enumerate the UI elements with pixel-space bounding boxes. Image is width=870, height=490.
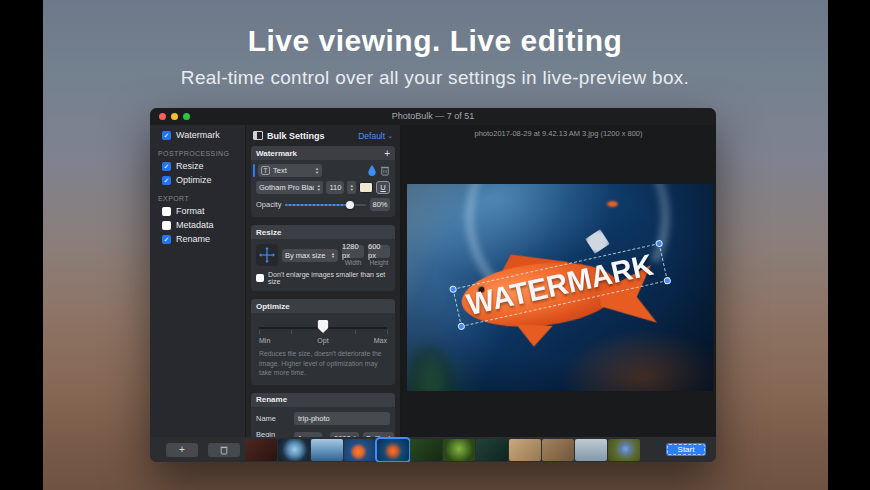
text-type-icon: T [261,166,270,175]
active-accent-bar [253,164,255,177]
settings-header: Bulk Settings Default ⌄ [251,125,395,146]
resize-checkbox[interactable]: ✓ [162,162,171,171]
color-swatch[interactable] [359,182,373,193]
hero-section: Live viewing. Live editing Real-time con… [0,24,870,89]
thumbnail-strip [245,439,640,461]
max-label: Max [374,337,387,344]
trash-icon [220,445,228,455]
resize-controls-row: By max size ▲▼ 1280 px Width 600 px Heig… [251,239,395,266]
card-title: Resize [256,228,281,237]
updown-chevrons-icon: ▲▼ [353,435,357,437]
hero-subtitle: Real-time control over all your settings… [0,67,870,89]
updown-chevrons-icon: ▲▼ [315,167,319,174]
thumbnail[interactable] [509,439,541,461]
no-enlarge-checkbox[interactable]: ✓ [256,274,264,282]
font-select[interactable]: Gotham Pro Black ▲▼ [256,181,323,194]
preset-dropdown[interactable]: Default ⌄ [358,131,393,141]
thumbnail[interactable] [575,439,607,461]
footer-bar: + Start [150,437,716,462]
check-icon: ✓ [164,177,170,184]
add-photos-button[interactable]: + [166,443,198,457]
slider-fill [285,204,349,206]
optimize-slider[interactable] [259,319,387,336]
opacity-row: Opacity 80% [251,194,395,217]
thumbnail[interactable] [245,439,277,461]
format-checkbox[interactable]: ✓ [162,207,171,216]
height-field-group: 600 px Height [368,245,390,266]
begin-with-input[interactable] [294,432,322,437]
card-title: Optimize [256,302,290,311]
width-field[interactable]: 1280 px [342,245,364,258]
thumbnail[interactable] [443,439,475,461]
slider-tick [355,330,356,334]
resize-card-header: Resize [251,225,395,239]
underline-style-button[interactable]: U [376,181,390,194]
thumbnail[interactable] [608,439,640,461]
opt-label: Opt [317,337,328,344]
suffix-value: Suffix [366,434,385,437]
sidebar-toggle-icon[interactable] [253,131,263,140]
sidebar-item-label: Optimize [176,175,212,185]
no-enlarge-row[interactable]: ✓ Don't enlarge images smaller than set … [251,266,395,291]
name-label: Name [256,414,290,423]
titlebar: PhotoBulk — 7 of 51 [150,108,716,125]
no-enlarge-label: Don't enlarge images smaller than set si… [268,271,390,285]
watermark-font-row: Gotham Pro Black ▲▼ 110 ▲▼ U [251,177,395,194]
sidebar-item-label: Metadata [176,220,214,230]
delete-photos-button[interactable] [208,443,240,457]
watermark-card: Watermark + T Text ▲▼ [251,146,395,217]
rename-begin-row: Begin with 0000 ▲▼ Suffix ▲▼ [251,425,395,437]
font-size-stepper[interactable]: ▲▼ [347,181,356,194]
rename-checkbox[interactable]: ✓ [162,235,171,244]
optimize-checkbox[interactable]: ✓ [162,176,171,185]
sidebar-item-optimize[interactable]: ✓ Optimize [150,173,245,187]
digits-value: 0000 [334,434,351,437]
thumbnail-selected[interactable] [377,439,409,461]
metadata-checkbox[interactable]: ✓ [162,221,171,230]
thumbnail[interactable] [410,439,442,461]
thumbnail[interactable] [476,439,508,461]
sidebar-section-postprocessing: POSTPROCESSING [150,150,245,157]
thumbnail[interactable] [542,439,574,461]
watermark-type-row: T Text ▲▼ [251,160,395,177]
card-title: Rename [256,395,287,404]
color-droplet-icon[interactable] [367,165,377,176]
updown-chevrons-icon: ▲▼ [331,252,335,259]
height-field[interactable]: 600 px [368,245,390,258]
font-size-field[interactable]: 110 [326,181,344,194]
opacity-label: Opacity [256,200,281,209]
sidebar-item-resize[interactable]: ✓ Resize [150,159,245,173]
suffix-select[interactable]: Suffix ▲▼ [363,432,395,437]
sidebar-item-format[interactable]: ✓ Format [150,204,245,218]
digits-stepper[interactable]: 0000 ▲▼ [330,432,359,437]
trash-icon[interactable] [380,165,390,176]
name-input[interactable] [294,412,390,425]
thumbnail[interactable] [278,439,310,461]
live-preview-panel: photo2017-08-29 at 9.42.13 AM 3.jpg (120… [401,125,716,437]
opacity-slider[interactable] [285,199,366,210]
check-icon: ✓ [164,163,170,170]
sidebar: ✓ Watermark POSTPROCESSING ✓ Resize ✓ Op… [150,125,246,437]
start-button[interactable]: Start [666,443,706,456]
thumbnail[interactable] [311,439,343,461]
slider-thumb[interactable] [346,201,354,209]
slider-thumb[interactable] [318,320,329,333]
thumbnail[interactable] [344,439,376,461]
chevron-down-icon: ⌄ [387,132,393,140]
add-watermark-button[interactable]: + [384,148,390,159]
watermark-card-header: Watermark + [251,146,395,160]
font-value: Gotham Pro Black [259,183,314,192]
opacity-value: 80% [370,198,390,211]
sidebar-item-label: Watermark [176,130,220,140]
sidebar-item-metadata[interactable]: ✓ Metadata [150,218,245,232]
slider-tick [259,330,260,334]
resize-mode-select[interactable]: By max size ▲▼ [282,249,338,262]
watermark-type-select[interactable]: T Text ▲▼ [258,164,322,177]
watermark-type-value: Text [273,166,287,175]
width-caption: Width [345,259,362,266]
resize-card: Resize [251,225,395,291]
sidebar-item-watermark[interactable]: ✓ Watermark [150,128,245,142]
sidebar-item-rename[interactable]: ✓ Rename [150,232,245,246]
rename-card: Rename Name Begin with 0000 ▲▼ [251,393,395,437]
watermark-checkbox[interactable]: ✓ [162,131,171,140]
